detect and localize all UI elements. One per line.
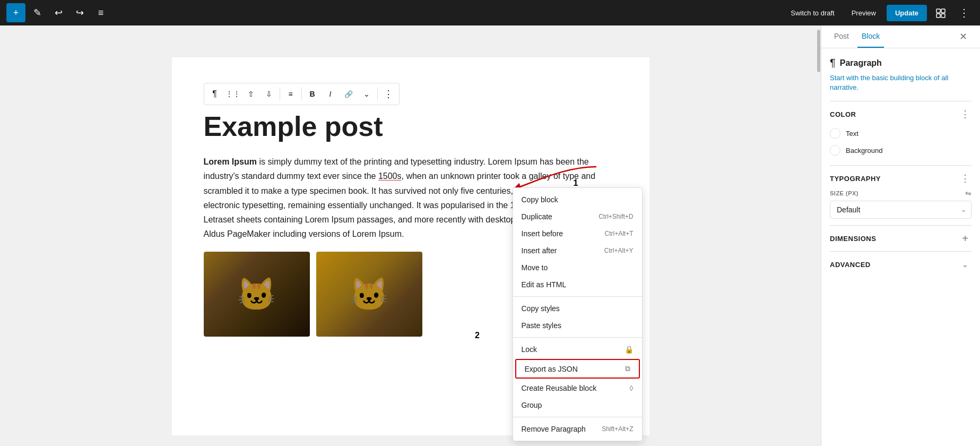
paste-styles-label: Paste styles bbox=[522, 321, 561, 330]
reusable-icon: ◊ bbox=[630, 384, 634, 392]
color-more-icon: ⋮ bbox=[960, 108, 970, 120]
list-icon: ≡ bbox=[98, 7, 104, 19]
color-section-header: Color ⋮ bbox=[830, 108, 972, 121]
separator-1 bbox=[513, 296, 642, 297]
menu-item-copy-block[interactable]: Copy block bbox=[513, 191, 642, 208]
svg-rect-3 bbox=[941, 14, 945, 18]
size-adjust-button[interactable]: ⇋ bbox=[965, 189, 972, 198]
insert-after-label: Insert after bbox=[522, 246, 557, 255]
block-name: Paragraph bbox=[840, 58, 882, 68]
edit-html-label: Edit as HTML bbox=[522, 280, 567, 289]
advanced-chevron-icon: ⌄ bbox=[962, 260, 968, 269]
remove-paragraph-shortcut: Shift+Alt+Z bbox=[602, 425, 633, 433]
duplicate-label: Duplicate bbox=[522, 212, 552, 221]
toolbar-divider-2 bbox=[301, 88, 302, 100]
switch-draft-button[interactable]: Switch to draft bbox=[784, 6, 840, 20]
undo-button[interactable]: ↩ bbox=[49, 3, 68, 22]
redo-button[interactable]: ↪ bbox=[70, 3, 89, 22]
preview-button[interactable]: Preview bbox=[845, 6, 882, 20]
duplicate-shortcut: Ctrl+Shift+D bbox=[599, 213, 633, 220]
toolbar-divider-1 bbox=[280, 88, 280, 100]
editor-area[interactable]: ¶ ⋮⋮ ⇧ ⇩ ≡ B I bbox=[0, 25, 821, 446]
typography-section-header: Typography ⋮ bbox=[830, 172, 972, 185]
size-label: SIZE (PX) ⇋ bbox=[830, 189, 972, 198]
dimensions-section: Dimensions + bbox=[830, 225, 972, 245]
insert-after-shortcut: Ctrl+Alt+Y bbox=[604, 247, 634, 254]
link-button[interactable]: 🔗 bbox=[340, 85, 357, 102]
color-more-button[interactable]: ⋮ bbox=[959, 108, 972, 121]
background-color-label: Background bbox=[846, 147, 882, 155]
list-view-button[interactable]: ≡ bbox=[91, 3, 110, 22]
dimensions-add-button[interactable]: + bbox=[959, 232, 972, 245]
settings-icon bbox=[935, 7, 946, 18]
dropdown-chevron-icon: ⌄ bbox=[363, 90, 370, 98]
add-icon: + bbox=[13, 7, 19, 19]
advanced-section: Advanced ⌄ bbox=[830, 251, 972, 271]
block-toolbar: ¶ ⋮⋮ ⇧ ⇩ ≡ B I bbox=[204, 83, 400, 105]
background-color-circle bbox=[830, 145, 840, 156]
scroll-thumb[interactable] bbox=[817, 30, 820, 72]
menu-item-reusable-block[interactable]: Create Reusable block ◊ bbox=[513, 380, 642, 397]
lock-label: Lock bbox=[522, 345, 537, 354]
background-color-option[interactable]: Background bbox=[830, 142, 972, 159]
settings-button[interactable] bbox=[931, 3, 950, 22]
menu-item-paste-styles[interactable]: Paste styles bbox=[513, 317, 642, 334]
edit-button[interactable]: ✎ bbox=[28, 3, 47, 22]
add-block-button[interactable]: + bbox=[6, 3, 25, 22]
more-options-button[interactable]: ⋮ bbox=[955, 3, 974, 22]
menu-item-lock[interactable]: Lock 🔒 bbox=[513, 341, 642, 358]
paragraph-icon: ¶ bbox=[212, 89, 217, 99]
menu-item-copy-styles[interactable]: Copy styles bbox=[513, 300, 642, 317]
text-color-circle bbox=[830, 128, 840, 139]
svg-rect-0 bbox=[936, 9, 940, 13]
advanced-toggle-button[interactable]: ⌄ bbox=[959, 258, 972, 271]
menu-item-move-to[interactable]: Move to bbox=[513, 259, 642, 276]
menu-item-remove-paragraph[interactable]: Remove Paragraph Shift+Alt+Z bbox=[513, 421, 642, 438]
tab-block[interactable]: Block bbox=[857, 25, 884, 48]
arrow-up-icon: ⇧ bbox=[248, 90, 254, 98]
italic-icon: I bbox=[329, 90, 332, 98]
bold-button[interactable]: B bbox=[304, 85, 321, 102]
remove-paragraph-label: Remove Paragraph bbox=[522, 425, 586, 433]
export-json-label: Export as JSON bbox=[525, 365, 578, 373]
scroll-track bbox=[817, 25, 821, 446]
dimensions-add-icon: + bbox=[962, 233, 968, 245]
drag-handle-button[interactable]: ⋮⋮ bbox=[224, 85, 241, 102]
group-label: Group bbox=[522, 401, 542, 409]
toolbar-divider-3 bbox=[377, 88, 378, 100]
dimensions-title: Dimensions bbox=[830, 235, 876, 243]
menu-item-export-json[interactable]: Export as JSON ⧉ bbox=[515, 359, 640, 379]
align-button[interactable]: ≡ bbox=[282, 85, 299, 102]
typography-section: Typography ⋮ SIZE (PX) ⇋ Default ⌄ bbox=[830, 165, 972, 225]
typography-more-button[interactable]: ⋮ bbox=[959, 172, 972, 185]
move-up-button[interactable]: ⇧ bbox=[242, 85, 259, 102]
editor-content: ¶ ⋮⋮ ⇧ ⇩ ≡ B I bbox=[172, 57, 649, 435]
three-dots-icon: ⋮ bbox=[384, 88, 393, 100]
separator-2 bbox=[513, 337, 642, 338]
move-down-button[interactable]: ⇩ bbox=[261, 85, 277, 102]
advanced-title: Advanced bbox=[830, 261, 871, 269]
paragraph-type-button[interactable]: ¶ bbox=[206, 85, 223, 102]
block-panel: ¶ Paragraph Start with the basic buildin… bbox=[821, 48, 980, 279]
close-sidebar-button[interactable]: ✕ bbox=[955, 28, 972, 45]
update-button[interactable]: Update bbox=[887, 5, 927, 21]
menu-item-group[interactable]: Group bbox=[513, 397, 642, 414]
menu-item-insert-after[interactable]: Insert after Ctrl+Alt+Y bbox=[513, 242, 642, 259]
menu-item-duplicate[interactable]: Duplicate Ctrl+Shift+D bbox=[513, 208, 642, 225]
paragraph-block-icon: ¶ bbox=[830, 57, 836, 69]
tab-post[interactable]: Post bbox=[830, 25, 853, 48]
typography-more-icon: ⋮ bbox=[960, 173, 970, 184]
italic-button[interactable]: I bbox=[322, 85, 339, 102]
block-more-options-button[interactable]: ⋮ bbox=[380, 85, 397, 102]
sidebar-tabs: Post Block ✕ bbox=[821, 25, 980, 48]
menu-item-edit-html[interactable]: Edit as HTML bbox=[513, 276, 642, 293]
more-dots-icon: ⋮ bbox=[959, 6, 969, 19]
text-color-option[interactable]: Text bbox=[830, 125, 972, 142]
more-rich-text-button[interactable]: ⌄ bbox=[358, 85, 375, 102]
size-adjust-icon: ⇋ bbox=[965, 189, 972, 198]
post-title[interactable]: Example post bbox=[204, 112, 618, 142]
svg-rect-2 bbox=[936, 14, 940, 18]
link-1500s[interactable]: 1500s bbox=[378, 171, 402, 181]
menu-item-insert-before[interactable]: Insert before Ctrl+Alt+T bbox=[513, 225, 642, 242]
size-select[interactable]: Default bbox=[830, 201, 972, 219]
